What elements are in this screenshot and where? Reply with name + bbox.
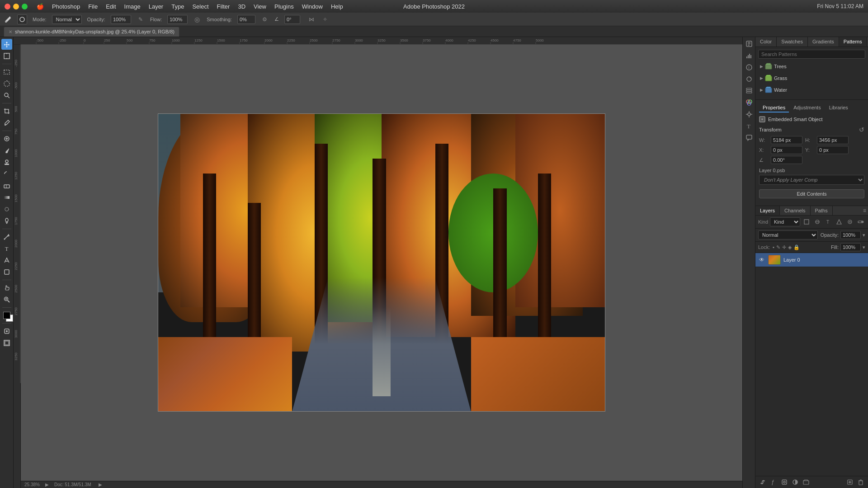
menu-select[interactable]: Select [192, 3, 208, 10]
menu-layer[interactable]: Layer [149, 3, 164, 10]
tab-swatches[interactable]: Swatches [777, 37, 808, 47]
menu-file[interactable]: File [88, 3, 98, 10]
lock-transparency-icon[interactable]: ▪ [773, 244, 774, 250]
status-arrow2[interactable]: ▶ [99, 482, 102, 487]
tab-paths[interactable]: Paths [811, 206, 833, 215]
minimize-button[interactable] [13, 4, 19, 9]
comment-icon[interactable] [744, 133, 754, 143]
delete-layer-icon[interactable] [856, 478, 865, 487]
symmetry-icon[interactable]: ⋈ [307, 15, 316, 23]
menu-3d[interactable]: 3D [238, 3, 245, 10]
layers-icon[interactable] [744, 86, 754, 96]
menu-image[interactable]: Image [124, 3, 141, 10]
tab-close-btn[interactable]: ✕ [9, 29, 12, 34]
menu-bar[interactable]: 🍎 Photoshop File Edit Image Layer Type S… [37, 3, 343, 10]
smoothing-input[interactable] [237, 15, 255, 24]
marquee-lasso-tool[interactable] [1, 78, 12, 89]
filter-toggle-icon[interactable] [856, 217, 865, 226]
lock-position-icon[interactable]: ✛ [782, 244, 786, 250]
layers-panel-menu-icon[interactable]: ≡ [863, 207, 866, 214]
new-group-icon[interactable] [802, 478, 811, 487]
close-button[interactable] [5, 4, 10, 9]
flow-input[interactable] [167, 15, 188, 24]
filter-shape-icon[interactable] [835, 217, 844, 226]
screen-mode-btn[interactable] [1, 338, 12, 348]
angle-input[interactable] [284, 15, 300, 24]
info-icon[interactable]: i [744, 62, 754, 72]
lock-artboards-icon[interactable]: ◈ [788, 244, 792, 250]
hand-tool[interactable] [1, 282, 12, 293]
eyedropper-tool[interactable] [1, 117, 12, 128]
smoothing-options-icon[interactable]: ⚙ [261, 15, 269, 23]
layer-filter-select[interactable]: Kind [770, 217, 800, 226]
layer-item-0[interactable]: 👁 Layer 0 [755, 253, 868, 267]
blur-tool[interactable] [1, 204, 12, 215]
layer-blend-select[interactable]: Normal [758, 230, 818, 239]
filter-text-icon[interactable]: T [824, 217, 833, 226]
width-input[interactable] [771, 136, 802, 144]
text-icon[interactable]: T [744, 121, 754, 131]
layer-visibility-toggle[interactable]: 👁 [758, 256, 765, 263]
menu-photoshop[interactable]: Photoshop [52, 3, 80, 10]
opacity-input[interactable] [111, 15, 131, 24]
blend-mode-select[interactable]: Normal [52, 15, 82, 24]
lock-paint-icon[interactable]: ✎ [776, 244, 780, 250]
new-fill-adjustment-icon[interactable] [791, 478, 800, 487]
status-arrow[interactable]: ▶ [45, 482, 49, 487]
dodge-tool[interactable] [1, 216, 12, 226]
channels-icon[interactable] [744, 98, 754, 108]
layer-comp-select[interactable]: Don't Apply Layer Comp [759, 175, 864, 185]
window-controls[interactable] [5, 4, 28, 9]
canvas-viewport[interactable] [21, 44, 742, 481]
tab-libraries[interactable]: Libraries [826, 103, 852, 113]
menu-help[interactable]: Help [331, 3, 343, 10]
quick-select-tool[interactable] [1, 90, 12, 101]
y-input[interactable] [817, 146, 849, 154]
shape-tool[interactable] [1, 267, 12, 277]
menu-edit[interactable]: Edit [106, 3, 116, 10]
angle-prop-input[interactable] [771, 156, 802, 164]
move-tool[interactable] [1, 39, 12, 50]
tab-adjustments[interactable]: Adjustments [790, 103, 825, 113]
brush-preset-picker[interactable] [17, 14, 27, 24]
edit-contents-button[interactable]: Edit Contents [759, 189, 864, 198]
fill-arrow[interactable]: ▾ [863, 244, 865, 250]
text-tool[interactable]: T [1, 243, 12, 254]
tab-gradients[interactable]: Gradients [808, 37, 839, 47]
pressure-size-icon[interactable]: ✧ [321, 15, 329, 23]
tab-properties[interactable]: Properties [759, 103, 789, 113]
add-mask-icon[interactable] [780, 478, 789, 487]
artboard-tool[interactable] [1, 51, 12, 61]
foreground-color[interactable] [3, 312, 10, 319]
add-style-icon[interactable]: ƒ [769, 478, 778, 487]
search-patterns-input[interactable] [758, 50, 865, 59]
tab-color[interactable]: Color [755, 37, 777, 47]
adjustments-icon[interactable] [744, 109, 754, 119]
airbrush-icon[interactable]: ◎ [193, 15, 201, 23]
filter-adjust-icon[interactable] [813, 217, 822, 226]
menu-filter[interactable]: Filter [217, 3, 230, 10]
stamp-tool[interactable] [1, 157, 12, 168]
pressure-opacity-icon[interactable]: ✎ [137, 15, 145, 23]
pen-tool[interactable] [1, 231, 12, 242]
tab-channels[interactable]: Channels [780, 206, 810, 215]
histogram-icon[interactable] [744, 51, 754, 61]
filter-pixel-icon[interactable] [802, 217, 811, 226]
marquee-rect-tool[interactable] [1, 66, 12, 77]
layer-opacity-input[interactable] [840, 231, 861, 239]
lock-all-icon[interactable]: 🔒 [793, 244, 800, 250]
eraser-tool[interactable] [1, 180, 12, 191]
crop-tool[interactable] [1, 106, 12, 117]
brush-tool[interactable] [1, 145, 12, 156]
x-input[interactable] [771, 146, 802, 154]
height-input[interactable] [817, 136, 849, 144]
healing-brush-tool[interactable] [1, 133, 12, 144]
gradient-tool[interactable] [1, 192, 12, 203]
fill-input[interactable] [840, 243, 861, 251]
tab-patterns[interactable]: Patterns [839, 37, 867, 47]
color-icon[interactable] [744, 74, 754, 84]
maximize-button[interactable] [22, 4, 28, 9]
reset-transform-icon[interactable]: ↺ [859, 126, 864, 133]
new-layer-icon[interactable] [845, 478, 854, 487]
quick-mask-btn[interactable] [1, 326, 12, 337]
